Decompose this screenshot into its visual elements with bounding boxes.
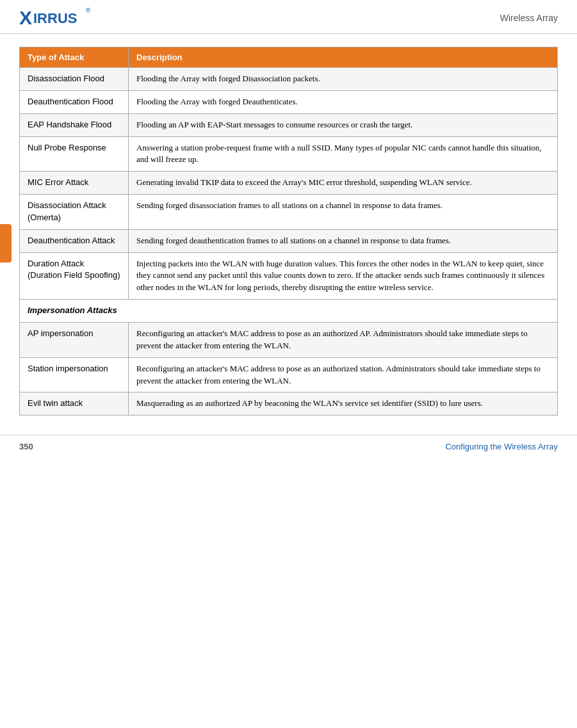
table-row: Deauthentication FloodFlooding the Array… <box>20 90 558 113</box>
attack-description: Flooding the Array with forged Deauthent… <box>129 90 558 113</box>
xirrus-logo: X IRRUS ® <box>19 6 96 29</box>
table-row: MIC Error AttackGenerating invalid TKIP … <box>20 172 558 195</box>
footer-text: Configuring the Wireless Array <box>445 442 558 451</box>
attack-name: Deauthentication Attack <box>20 229 129 252</box>
attack-description: Masquerading as an authorized AP by beac… <box>129 392 558 416</box>
attack-description: Sending forged deauthentication frames t… <box>129 229 558 252</box>
page-header: X IRRUS ® Wireless Array <box>0 0 577 34</box>
table-row: AP impersonationReconfiguring an attacke… <box>20 322 558 357</box>
attack-description: Answering a station probe-request frame … <box>129 136 558 172</box>
attack-description: Flooding the Array with forged Disassoci… <box>129 68 558 91</box>
logo: X IRRUS ® <box>19 6 96 29</box>
section-header-label: Impersonation Attacks <box>20 300 558 323</box>
attack-name: Duration Attack (Duration Field Spoofing… <box>20 252 129 300</box>
attack-name: Deauthentication Flood <box>20 90 129 113</box>
attack-description: Injecting packets into the WLAN with hug… <box>129 252 558 300</box>
attack-description: Generating invalid TKIP data to exceed t… <box>129 172 558 195</box>
main-content: Type of Attack Description Disassociatio… <box>0 34 577 428</box>
attack-description: Reconfiguring an attacker's MAC address … <box>129 357 558 392</box>
table-row: Station impersonationReconfiguring an at… <box>20 357 558 392</box>
table-row: Deauthentication AttackSending forged de… <box>20 229 558 252</box>
section-header-row: Impersonation Attacks <box>20 300 558 323</box>
page-number: 350 <box>19 442 33 451</box>
table-row: EAP Handshake FloodFlooding an AP with E… <box>20 113 558 136</box>
attack-description: Sending forged disassociation frames to … <box>129 195 558 230</box>
orange-tab <box>0 224 12 263</box>
attack-name: Evil twin attack <box>20 392 129 416</box>
attack-description: Flooding an AP with EAP-Start messages t… <box>129 113 558 136</box>
attack-name: Disassociation Attack (Omerta) <box>20 195 129 230</box>
table-row: Disassociation Attack (Omerta)Sending fo… <box>20 195 558 230</box>
page-title: Wireless Array <box>500 13 558 23</box>
svg-text:IRRUS: IRRUS <box>33 10 77 26</box>
attacks-table: Type of Attack Description Disassociatio… <box>19 47 558 416</box>
attack-name: Null Probe Response <box>20 136 129 172</box>
attack-name: MIC Error Attack <box>20 172 129 195</box>
table-header-row: Type of Attack Description <box>20 47 558 68</box>
table-row: Duration Attack (Duration Field Spoofing… <box>20 252 558 300</box>
svg-text:X: X <box>19 7 32 28</box>
attack-name: Station impersonation <box>20 357 129 392</box>
attack-name: AP impersonation <box>20 322 129 357</box>
svg-text:®: ® <box>86 7 91 14</box>
attack-description: Reconfiguring an attacker's MAC address … <box>129 322 558 357</box>
page-footer: 350 Configuring the Wireless Array <box>0 435 577 458</box>
table-row: Evil twin attackMasquerading as an autho… <box>20 392 558 416</box>
attack-name: Disassociation Flood <box>20 68 129 91</box>
col2-header: Description <box>129 47 558 68</box>
table-row: Null Probe ResponseAnswering a station p… <box>20 136 558 172</box>
col1-header: Type of Attack <box>20 47 129 68</box>
table-row: Disassociation FloodFlooding the Array w… <box>20 68 558 91</box>
attack-name: EAP Handshake Flood <box>20 113 129 136</box>
